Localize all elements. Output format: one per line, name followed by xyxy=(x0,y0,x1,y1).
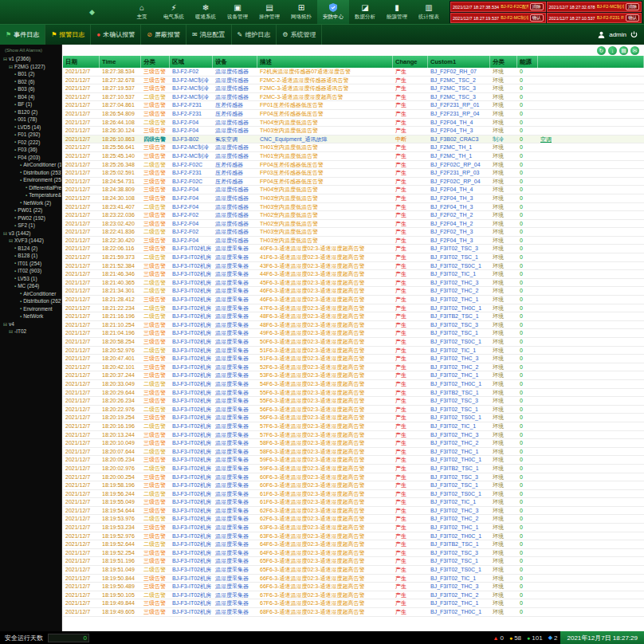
tree-item[interactable]: ▪Temperature&Humidity xyxy=(0,191,61,199)
table-row[interactable]: 2021/12/718:19:49.605三级告警BJ-F3-IT02机房温湿度… xyxy=(63,608,644,617)
tree-item[interactable]: ▪BF (1) xyxy=(0,100,61,108)
table-row[interactable]: 2021/12/718:19:56.244二级告警BJ-F3-IT02机房温湿度… xyxy=(63,490,644,499)
table-row[interactable]: 2021/12/718:19:51.196三级告警BJ-F3-IT02机房温湿度… xyxy=(63,557,644,566)
table-row[interactable]: 2021/12/718:24:38.809三级告警BJ-F2-F04温湿度传感器… xyxy=(63,186,644,194)
tree-item[interactable]: ▪B120 (2) xyxy=(0,108,61,116)
tree-item[interactable]: ▪F04 (203) xyxy=(0,154,61,162)
table-row[interactable]: 2021/12/718:21:52.384三级告警BJ-F3-IT02机房温湿度… xyxy=(63,262,644,271)
table-row[interactable]: 2021/12/718:21:46.346三级告警BJ-F3-IT02机房温湿度… xyxy=(63,270,644,279)
tab-maintenance-log[interactable]: ✎维护日志 xyxy=(232,25,277,45)
table-row[interactable]: 2021/12/718:21:04.196三级告警BJ-F3-IT02机房温湿度… xyxy=(63,329,644,338)
ticker-item[interactable]: 2021/12/7 18:27:10.537BJ-F2-F231 FP01压差传… xyxy=(547,13,642,23)
tree-item[interactable]: ⊟F2MG (1227) xyxy=(0,63,61,71)
download-icon[interactable]: ↓ xyxy=(608,46,617,55)
tab-unack-alarms[interactable]: ●未确认报警 xyxy=(91,25,141,45)
nav-item-network[interactable]: ⊞网络拓扑 xyxy=(285,0,317,24)
tree-item[interactable]: ▪Environment xyxy=(0,305,61,313)
nav-item-hvac[interactable]: ❄暖通系统 xyxy=(190,0,222,24)
tree-item[interactable]: ▪AirConditioner (10) xyxy=(0,161,61,169)
tab-system-mgmt[interactable]: ⚙系统管理 xyxy=(277,25,322,45)
ticker-item[interactable]: 2021/12/7 18:27:38.534BJ-F2-F2C配电 F2机房温湿… xyxy=(450,2,546,12)
tree-item[interactable]: ▪B01 (2) xyxy=(0,70,61,78)
table-row[interactable]: 2021/12/718:24:54.731三级告警BJ-F2-F02C压差传感器… xyxy=(63,178,644,187)
table-row[interactable]: 2021/12/718:22:41.836二级告警BJ-F2-F02温湿度传感器… xyxy=(63,228,644,237)
table-row[interactable]: 2021/12/718:21:59.373二级告警BJ-F3-IT02机房温湿度… xyxy=(63,253,644,262)
table-row[interactable]: 2021/12/718:19:50.844三级告警BJ-F3-IT02机房温湿度… xyxy=(63,575,644,583)
table-row[interactable]: 2021/12/718:25:56.641三级告警BJ-F2-MC制冷温湿度传感… xyxy=(63,143,644,152)
table-row[interactable]: 2021/12/718:23:41.407二级告警BJ-F2-F04温湿度传感器… xyxy=(63,203,644,212)
tree-item[interactable]: ▪B03 (6) xyxy=(0,85,61,93)
table-row[interactable]: 2021/12/718:27:32.678三级告警BJ-F2-MC制冷温湿度传感… xyxy=(63,77,644,85)
table-row[interactable]: 2021/12/718:19:55.049三级告警BJ-F3-IT02机房温湿度… xyxy=(63,498,644,507)
table-row[interactable]: 2021/12/718:22:06.116三级告警BJ-F3-IT02机房温湿度… xyxy=(63,245,644,253)
table-row[interactable]: 2021/12/718:23:02.420三级告警BJ-F2-F04温湿度传感器… xyxy=(63,220,644,229)
tree-item[interactable]: ⊟v3 (1442) xyxy=(0,230,61,238)
table-row[interactable]: 2021/12/718:19:50.105二级告警BJ-F3-IT02机房温湿度… xyxy=(63,591,644,600)
table-row[interactable]: 2021/12/718:20:37.244三级告警BJ-F3-IT02机房温湿度… xyxy=(63,371,644,380)
tree-item[interactable]: ▪Distribution (253) xyxy=(0,169,61,177)
table-row[interactable]: 2021/12/718:21:34.301二级告警BJ-F3-IT02机房温湿度… xyxy=(63,287,644,296)
tree-item[interactable]: ▪IT01 (254) xyxy=(0,260,61,268)
table-row[interactable]: 2021/12/718:19:53.234三级告警BJ-F3-IT02机房温湿度… xyxy=(63,524,644,532)
show-all-alarms-note[interactable]: (Show All Alarms) xyxy=(0,45,61,55)
table-row[interactable]: 2021/12/718:20:42.101三级告警BJ-F3-IT02机房温湿度… xyxy=(63,363,644,372)
table-row[interactable]: 2021/12/718:19:54.644三级告警BJ-F3-IT02机房温湿度… xyxy=(63,507,644,516)
tree-item[interactable]: ▪B124 (2) xyxy=(0,245,61,253)
table-row[interactable]: 2021/12/718:21:40.365二级告警BJ-F3-IT02机房温湿度… xyxy=(63,279,644,288)
power-icon[interactable] xyxy=(630,31,638,38)
tab-message-config[interactable]: ✉消息配置 xyxy=(187,25,232,45)
table-row[interactable]: 2021/12/718:20:22.976二级告警BJ-F3-IT02机房温湿度… xyxy=(63,406,644,414)
tree-item[interactable]: ⊟XVF3 (1442) xyxy=(0,237,61,245)
mail-icon[interactable]: ✉ xyxy=(630,46,639,55)
table-row[interactable]: 2021/12/718:26:30.124三级告警BJ-F2-F04温湿度传感器… xyxy=(63,127,644,135)
tree-item[interactable]: ⊟v4 xyxy=(0,320,61,328)
nav-item-energy[interactable]: ▮能源管理 xyxy=(381,0,413,24)
table-row[interactable]: 2021/12/718:25:02.591三级告警BJ-F2-F231压差传感器… xyxy=(63,169,644,178)
tree-item[interactable]: ▪PW02 (192) xyxy=(0,214,61,222)
table-row[interactable]: 2021/12/718:20:58.254三级告警BJ-F3-IT02机房温湿度… xyxy=(63,338,644,347)
ticker-item[interactable]: 2021/12/7 18:27:32.678BJ-F2-MC制冷 F2MC-2-… xyxy=(547,2,642,12)
table-row[interactable]: 2021/12/718:27:10.537二级告警BJ-F2-MC制冷温湿度传感… xyxy=(63,93,644,102)
ticker-action-button[interactable]: 确认 xyxy=(626,14,639,22)
tree-item[interactable]: ▪MC (264) xyxy=(0,282,61,290)
tree-item[interactable]: ▪Distribution (262) xyxy=(0,297,61,305)
table-row[interactable]: 2021/12/718:26:44.108二级告警BJ-F2-F04温湿度传感器… xyxy=(63,119,644,128)
tree-item[interactable]: ▪DifferentialPressure xyxy=(0,184,61,192)
table-row[interactable]: 2021/12/718:21:10.254三级告警BJ-F3-IT02机房温湿度… xyxy=(63,321,644,330)
tree-item[interactable]: ▪SF2 (1) xyxy=(0,222,61,230)
tree-item[interactable]: ▪F01 (292) xyxy=(0,131,61,139)
nav-item-analytics[interactable]: ◪数据分析 xyxy=(349,0,381,24)
ticker-action-button[interactable]: 确认 xyxy=(530,14,544,22)
nav-item-operations[interactable]: ▤操作管理 xyxy=(253,0,285,24)
table-row[interactable]: 2021/12/718:22:30.420三级告警BJ-F2-F04温湿度传感器… xyxy=(63,237,644,245)
table-row[interactable]: 2021/12/718:20:05.234三级告警BJ-F3-IT02机房温湿度… xyxy=(63,456,644,465)
table-row[interactable]: 2021/12/718:19:52.254三级告警BJ-F3-IT02机房温湿度… xyxy=(63,549,644,558)
table-row[interactable]: 2021/12/718:25:26.348二级告警BJ-F2-F02C压差传感器… xyxy=(63,161,644,170)
tree-item[interactable]: ⊟-IT02 xyxy=(0,328,61,336)
table-row[interactable]: 2021/12/718:21:16.196二级告警BJ-F3-IT02机房温湿度… xyxy=(63,312,644,321)
table-row[interactable]: 2021/12/718:20:29.644三级告警BJ-F3-IT02机房温湿度… xyxy=(63,389,644,398)
tree-item[interactable]: ▪B04 (4) xyxy=(0,93,61,101)
tree-item[interactable]: ▪F03 (36) xyxy=(0,146,61,154)
table-row[interactable]: 2021/12/718:19:58.196三级告警BJ-F3-IT02机房温湿度… xyxy=(63,481,644,490)
tree-item[interactable]: ▪PW01 (22) xyxy=(0,206,61,214)
tab-alarm-log[interactable]: ⚑报警日志 xyxy=(45,25,91,45)
tree-item[interactable]: ▪LVD5 (14) xyxy=(0,124,61,132)
table-row[interactable]: 2021/12/718:27:38.534三级告警BJ-F2-F02温湿度传感器… xyxy=(63,68,644,77)
nav-item-equipment[interactable]: ▣设备管理 xyxy=(222,0,253,24)
table-row[interactable]: 2021/12/718:19:52.976三级告警BJ-F3-IT02机房温湿度… xyxy=(63,532,644,541)
nav-item-electrical[interactable]: ⚡电气系统 xyxy=(158,0,190,24)
nav-item-home[interactable]: ⌂主页 xyxy=(126,0,158,24)
table-row[interactable]: 2021/12/718:20:07.644二级告警BJ-F3-IT02机房温湿度… xyxy=(63,448,644,457)
tree-item[interactable]: ▪IT02 (903) xyxy=(0,267,61,275)
table-row[interactable]: 2021/12/718:19:49.844三级告警BJ-F3-IT02机房温湿度… xyxy=(63,599,644,608)
tree-item[interactable]: ⊟v1 (2366) xyxy=(0,55,61,63)
table-row[interactable]: 2021/12/718:23:22.036三级告警BJ-F2-F02温湿度传感器… xyxy=(63,211,644,220)
tree-item[interactable]: ▪B02 (6) xyxy=(0,78,61,86)
tree-item[interactable]: ▪LV53 (1) xyxy=(0,275,61,283)
table-row[interactable]: 2021/12/718:27:19.537三级告警BJ-F2-MC制冷温湿度传感… xyxy=(63,84,644,93)
ticker-action-button[interactable]: 消除 xyxy=(626,3,639,10)
nav-item-security[interactable]: 安防中心 xyxy=(317,0,349,24)
table-row[interactable]: 2021/12/718:21:28.412三级告警BJ-F3-IT02机房温湿度… xyxy=(63,296,644,304)
table-row[interactable]: 2021/12/718:20:26.234三级告警BJ-F3-IT02机房温湿度… xyxy=(63,397,644,406)
